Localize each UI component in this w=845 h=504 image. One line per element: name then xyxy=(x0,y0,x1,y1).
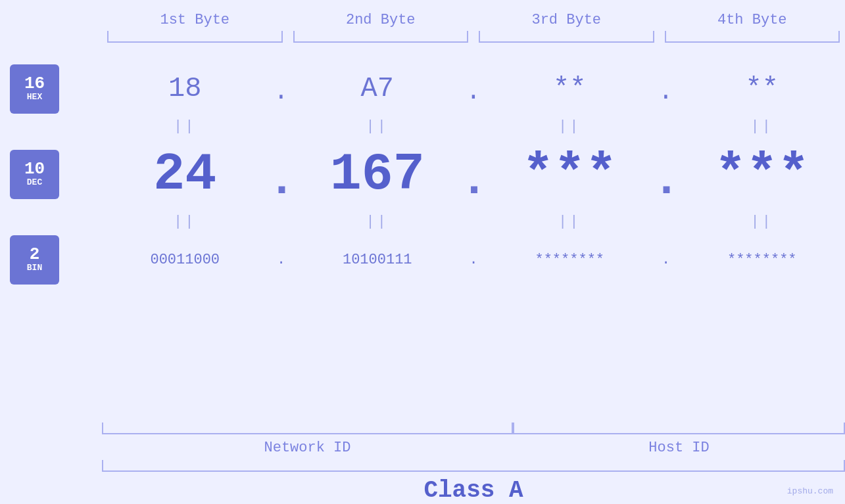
eq1-b1: || xyxy=(102,118,268,135)
eq1-b4: || xyxy=(679,118,846,135)
dec-dot2: . xyxy=(460,142,487,207)
hex-dot1: . xyxy=(268,72,295,106)
watermark: ipshu.com xyxy=(787,486,833,496)
bin-dot3: . xyxy=(653,252,679,268)
labels-row: Network ID Host ID xyxy=(0,440,845,456)
host-bracket xyxy=(513,423,845,434)
hex-byte1: 18 xyxy=(102,73,268,104)
bracket-4 xyxy=(665,31,840,43)
class-bracket-row xyxy=(0,460,845,472)
bin-byte1: 00011000 xyxy=(102,252,268,268)
bin-badge-label: BIN xyxy=(27,263,42,273)
hex-byte4: ** xyxy=(679,73,846,104)
bin-row: 2 BIN 00011000 . 10100111 . ******** . *… xyxy=(102,233,845,286)
hex-badge-number: 16 xyxy=(24,75,45,92)
dec-badge: 10 DEC xyxy=(10,150,59,199)
network-id-label: Network ID xyxy=(102,440,513,456)
eq1-b2: || xyxy=(295,118,461,135)
bracket-1 xyxy=(107,31,283,43)
bin-badge-number: 2 xyxy=(30,246,40,263)
hex-byte2: A7 xyxy=(295,73,461,104)
dec-row: 10 DEC 24 . 167 . *** . *** xyxy=(102,138,845,210)
dec-byte4: *** xyxy=(679,145,846,204)
bottom-bracket-row xyxy=(0,423,845,434)
network-bracket xyxy=(102,423,513,434)
hex-row: 16 HEX 18 . A7 . ** . ** xyxy=(102,62,845,115)
bin-byte2: 10100111 xyxy=(295,252,461,268)
byte2-header: 2nd Byte xyxy=(288,12,474,28)
eq1-b3: || xyxy=(487,118,653,135)
main-container: 1st Byte 2nd Byte 3rd Byte 4th Byte 16 H… xyxy=(0,0,845,504)
class-a-label: Class A xyxy=(102,477,845,504)
bin-dot1: . xyxy=(268,252,295,268)
bin-dot2: . xyxy=(460,252,487,268)
dec-badge-number: 10 xyxy=(24,160,45,177)
hex-dot2: . xyxy=(460,72,487,106)
dec-byte1: 24 xyxy=(102,145,268,204)
hex-byte3: ** xyxy=(487,73,653,104)
byte-headers: 1st Byte 2nd Byte 3rd Byte 4th Byte xyxy=(0,12,845,28)
class-label-row: Class A xyxy=(0,477,845,504)
hex-dot3: . xyxy=(653,72,679,106)
equals-row-2: || || || || xyxy=(102,210,845,233)
bin-badge: 2 BIN xyxy=(10,235,59,285)
top-bracket-row xyxy=(0,31,845,43)
bin-byte3: ******** xyxy=(487,252,653,268)
dec-byte3: *** xyxy=(487,145,653,204)
main-content: 16 HEX 18 . A7 . ** . ** || || || || 10 … xyxy=(0,43,845,420)
byte1-header: 1st Byte xyxy=(102,12,288,28)
equals-row-1: || || || || xyxy=(102,115,845,138)
bracket-2 xyxy=(293,31,469,43)
bin-byte4: ******** xyxy=(679,252,846,268)
hex-badge: 16 HEX xyxy=(10,64,59,114)
dec-dot1: . xyxy=(268,142,295,207)
byte4-header: 4th Byte xyxy=(660,12,846,28)
eq2-b4: || xyxy=(679,214,846,230)
eq2-b3: || xyxy=(487,214,653,230)
byte3-header: 3rd Byte xyxy=(473,12,660,28)
dec-dot3: . xyxy=(653,142,679,207)
eq2-b2: || xyxy=(295,214,461,230)
class-bracket xyxy=(102,460,845,472)
bracket-3 xyxy=(479,31,654,43)
eq2-b1: || xyxy=(102,214,268,230)
dec-byte2: 167 xyxy=(295,145,461,204)
host-id-label: Host ID xyxy=(513,440,845,456)
dec-badge-label: DEC xyxy=(27,177,42,188)
hex-badge-label: HEX xyxy=(27,92,42,103)
